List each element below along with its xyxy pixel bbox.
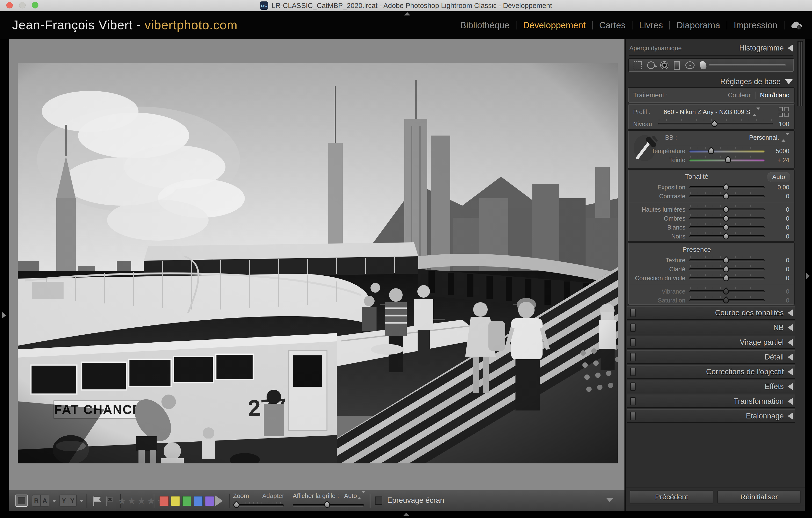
profile-spinner-icon[interactable] (753, 110, 760, 114)
wb-spinner-icon[interactable] (782, 135, 789, 140)
minimize-window-button[interactable] (19, 2, 26, 8)
color-label-yellow[interactable] (171, 496, 180, 506)
module-bibliotheque[interactable]: Bibliothèque (454, 20, 516, 30)
panel-toggle[interactable] (630, 412, 636, 420)
contrast-value[interactable]: 0 (765, 193, 791, 200)
identity-plate: Jean-François Vibert - vibertphoto.com (12, 18, 237, 32)
previous-button[interactable]: Précédent (630, 490, 714, 504)
color-label-green[interactable] (182, 496, 192, 506)
collapse-arrow-icon (788, 398, 793, 405)
vibrance-label: Vibrance (629, 288, 689, 295)
top-panel-reveal-arrow-icon[interactable] (404, 12, 410, 16)
identity-site-link[interactable]: vibertphoto.com (145, 18, 237, 32)
star-rating[interactable]: ★★★★★ (118, 495, 166, 506)
graduated-filter-tool-icon[interactable] (674, 61, 680, 69)
before-after-tb-caret-icon[interactable] (80, 500, 84, 502)
left-panel-reveal-arrow-icon[interactable] (2, 312, 6, 319)
crop-tool-icon[interactable] (634, 61, 642, 69)
reset-button[interactable]: Réinitialiser (717, 490, 801, 504)
before-label-2: Y (60, 495, 68, 506)
close-window-button[interactable] (6, 2, 13, 8)
slideshow-play-icon[interactable] (214, 495, 223, 507)
softproof-checkbox[interactable] (375, 496, 382, 505)
treatment-color-option[interactable]: Couleur (728, 92, 751, 99)
level-value[interactable]: 100 (779, 120, 789, 128)
texture-value[interactable]: 0 (765, 257, 791, 264)
cloud-sync-icon[interactable] (790, 21, 803, 30)
auto-tone-button[interactable]: Auto (767, 172, 790, 182)
temperature-slider-track[interactable] (689, 150, 765, 152)
shadows-value[interactable]: 0 (765, 215, 791, 222)
dynamic-preview-label: Aperçu dynamique (629, 44, 682, 52)
basic-settings-label: Réglages de base (720, 77, 781, 86)
module-developpement[interactable]: Développement (517, 20, 592, 30)
panel-toggle[interactable] (630, 368, 636, 376)
grid-mode-spinner-icon[interactable] (357, 493, 365, 497)
blacks-value[interactable]: 0 (765, 233, 791, 240)
reject-flag-icon[interactable] (105, 495, 115, 506)
zoom-label[interactable]: Zoom (233, 492, 249, 499)
grid-mode-select[interactable]: Auto (344, 492, 357, 500)
loupe-view-button[interactable] (16, 494, 28, 507)
panel-toggle[interactable] (630, 309, 636, 317)
panel-toggle[interactable] (630, 383, 636, 391)
panel-transform[interactable]: Transformation (627, 395, 795, 408)
basic-settings-expand-arrow-icon (785, 79, 793, 84)
tint-value[interactable]: + 24 (765, 157, 791, 163)
red-eye-tool-icon[interactable] (660, 61, 668, 69)
panel-lens-corrections[interactable]: Corrections de l'objectif (627, 365, 795, 378)
panel-effects[interactable]: Effets (627, 380, 795, 393)
basic-settings-panel-header[interactable]: Réglages de base (629, 76, 793, 87)
module-picker: Bibliothèque Développement Cartes Livres… (454, 11, 803, 39)
before-after-lr-button[interactable]: R A (32, 494, 49, 507)
adjustment-brush-tool-icon[interactable] (699, 60, 707, 70)
wb-select[interactable]: Personnal. (749, 134, 779, 141)
panel-calibration[interactable]: Etalonnage (627, 409, 795, 423)
profile-select[interactable]: 660 - Nikon Z Any - N&B 009 S (664, 108, 750, 116)
exposure-slider-thumb[interactable] (722, 183, 730, 191)
color-label-blue[interactable] (194, 496, 203, 506)
panel-toggle[interactable] (630, 397, 636, 405)
right-panel-reveal-arrow-icon[interactable] (806, 273, 810, 279)
clarity-label: Clarté (629, 266, 689, 273)
panel-toggle[interactable] (630, 353, 636, 361)
histogram-collapse-arrow-icon[interactable] (788, 45, 793, 52)
module-impression[interactable]: Impression (727, 20, 784, 30)
panel-toggle[interactable] (630, 338, 636, 346)
panel-detail[interactable]: Détail (627, 350, 795, 364)
zoom-window-button[interactable] (32, 2, 38, 8)
dehaze-value[interactable]: 0 (765, 275, 791, 282)
color-label-purple[interactable] (205, 496, 214, 506)
panel-toggle[interactable] (630, 324, 636, 332)
zoom-slider-track[interactable] (233, 504, 284, 507)
module-cartes[interactable]: Cartes (592, 20, 632, 30)
highlights-value[interactable]: 0 (765, 206, 791, 213)
treatment-bw-option[interactable]: Noir/blanc (760, 92, 789, 99)
before-after-lr-caret-icon[interactable] (52, 500, 56, 502)
softproof-label[interactable]: Epreuvage écran (387, 496, 444, 505)
panel-tone-curve[interactable]: Courbe des tonalités (627, 306, 795, 319)
pick-flag-icon[interactable] (92, 495, 103, 506)
grid-slider-thumb[interactable] (323, 500, 331, 509)
photo[interactable]: FAT CHANCE 277 (18, 63, 618, 463)
filmstrip-reveal-arrow-icon[interactable] (403, 513, 410, 516)
radial-filter-tool-icon[interactable] (685, 61, 695, 69)
panel-split-toning[interactable]: Virage partiel (627, 336, 795, 349)
panel-scrollbar[interactable] (798, 41, 803, 106)
clarity-value[interactable]: 0 (765, 266, 791, 273)
profile-browser-icon[interactable] (779, 107, 790, 118)
exposure-value[interactable]: 0,00 (765, 184, 791, 191)
whites-value[interactable]: 0 (765, 224, 791, 231)
spot-removal-tool-icon[interactable] (647, 61, 655, 69)
level-slider-thumb[interactable] (710, 120, 719, 128)
fit-label[interactable]: Adapter (262, 492, 284, 500)
panel-header-label: Etalonnage (746, 412, 784, 420)
module-livres[interactable]: Livres (633, 20, 669, 30)
toolbar-options-dropdown-icon[interactable] (606, 498, 613, 502)
histogram-panel-header[interactable]: Histogramme (739, 44, 784, 53)
before-after-tb-button[interactable]: Y Y (59, 494, 77, 507)
panel-bw[interactable]: NB (627, 321, 795, 334)
temperature-value[interactable]: 5000 (765, 148, 791, 155)
module-diaporama[interactable]: Diaporama (670, 20, 727, 30)
color-label-red[interactable] (160, 496, 169, 506)
